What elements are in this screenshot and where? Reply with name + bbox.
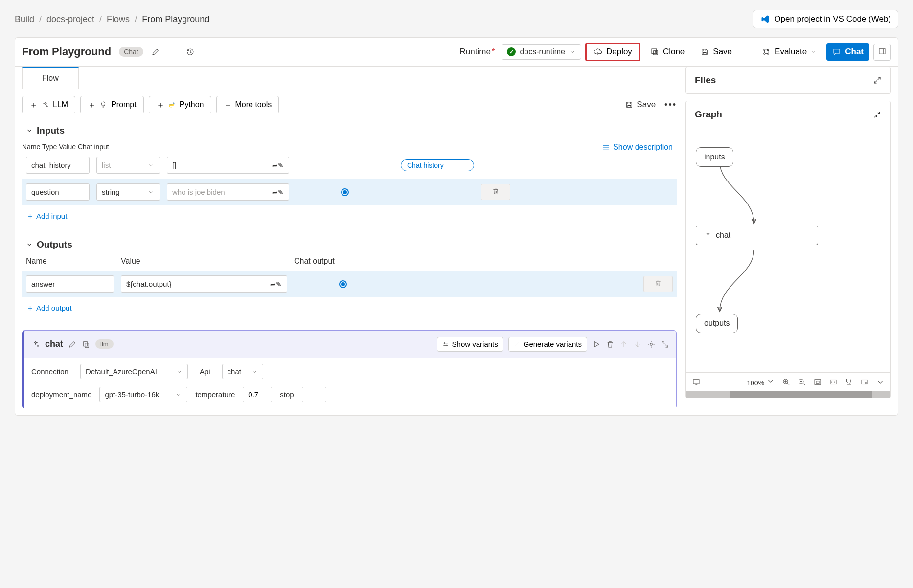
add-output-link[interactable]: ＋Add output [22, 297, 76, 318]
delete-output-button[interactable] [643, 276, 673, 292]
copy-icon[interactable] [82, 340, 91, 349]
arrow-down-icon[interactable] [633, 340, 642, 349]
plus-icon: ＋ [224, 101, 231, 109]
zoom-out-icon[interactable] [798, 378, 806, 386]
flow-save-button[interactable]: Save [621, 97, 660, 113]
col-name: Name [22, 143, 40, 151]
add-python-button[interactable]: ＋ Python [149, 96, 211, 113]
input-type-select[interactable]: list [96, 157, 160, 174]
trash-icon [654, 279, 662, 287]
api-label: Api [200, 367, 210, 376]
svg-point-3 [764, 53, 765, 54]
clone-button[interactable]: Clone [644, 43, 690, 61]
save-button[interactable]: Save [694, 43, 738, 61]
play-icon[interactable] [592, 340, 601, 349]
output-name-field[interactable]: answer [26, 275, 114, 293]
panel-icon [878, 47, 887, 56]
auto-layout-icon[interactable] [845, 378, 853, 386]
show-description-link[interactable]: Show description [601, 143, 673, 152]
add-llm-button[interactable]: ＋ LLM [22, 96, 75, 113]
evaluate-icon [762, 47, 771, 56]
arrow-up-icon[interactable] [619, 340, 628, 349]
panel-toggle-button[interactable] [873, 44, 891, 61]
evaluate-button[interactable]: Evaluate [756, 43, 822, 61]
breadcrumb-project[interactable]: docs-project [46, 14, 94, 24]
pencil-icon[interactable] [68, 340, 77, 349]
fit-icon[interactable] [813, 378, 822, 386]
graph-h-scrollbar[interactable] [686, 391, 890, 398]
add-prompt-button[interactable]: ＋ Prompt [80, 96, 144, 113]
connection-select[interactable]: Default_AzureOpenAI [80, 364, 188, 379]
zoom-in-icon[interactable] [782, 378, 791, 386]
graph-title: Graph [695, 109, 722, 120]
runtime-selector[interactable]: docs-runtime [502, 44, 581, 60]
col-type: Type [42, 143, 57, 151]
graph-panel: Graph inputs chat [685, 101, 891, 398]
trash-icon[interactable] [606, 340, 615, 349]
files-title: Files [695, 75, 716, 86]
svg-rect-7 [85, 343, 89, 347]
locate-icon[interactable] [647, 340, 656, 349]
svg-rect-5 [879, 48, 885, 54]
temperature-label: temperature [195, 390, 235, 399]
rename-button[interactable] [147, 45, 164, 59]
chevron-down-icon[interactable] [876, 378, 885, 386]
plus-icon: ＋ [29, 101, 37, 109]
connection-label: Connection [31, 367, 68, 376]
input-value-field[interactable]: who is joe biden ➦✎ [167, 183, 289, 201]
plus-icon: ＋ [156, 101, 164, 109]
breadcrumb-section[interactable]: Flows [107, 14, 130, 24]
zoom-level[interactable]: 100% [747, 377, 775, 387]
output-value-field[interactable]: ${chat.output} ➦✎ [121, 275, 287, 293]
graph-canvas[interactable]: inputs chat outputs [686, 128, 890, 372]
history-button[interactable] [182, 45, 199, 59]
graph-node-outputs[interactable]: outputs [696, 314, 738, 333]
svg-point-8 [650, 343, 653, 345]
sparkle-icon [704, 231, 712, 239]
generate-variants-button[interactable]: Generate variants [508, 337, 587, 352]
svg-rect-12 [815, 379, 821, 384]
more-tools-button[interactable]: ＋ More tools [216, 96, 279, 113]
input-type-select[interactable]: string [96, 183, 160, 201]
trash-icon [492, 187, 500, 195]
node-name: chat [45, 339, 63, 349]
flow-type-badge: Chat [119, 47, 143, 57]
temperature-input[interactable] [243, 387, 272, 402]
deployment-select[interactable]: gpt-35-turbo-16k [99, 387, 187, 402]
chat-button[interactable]: Chat [826, 43, 869, 61]
minimap-icon[interactable] [860, 378, 869, 386]
add-input-link[interactable]: ＋Add input [22, 205, 71, 226]
api-select[interactable]: chat [222, 364, 263, 379]
expand-icon[interactable] [873, 76, 882, 85]
files-panel: Files [685, 67, 891, 94]
chat-input-radio[interactable] [341, 188, 349, 196]
open-vscode-button[interactable]: Open project in VS Code (Web) [753, 10, 898, 28]
chevron-down-icon [148, 162, 155, 169]
stop-input[interactable] [302, 387, 326, 402]
collapse-icon[interactable] [873, 110, 882, 119]
chevron-down-icon[interactable] [26, 241, 33, 248]
expand-icon[interactable] [661, 340, 669, 349]
monitor-icon[interactable] [692, 378, 701, 386]
python-icon [168, 101, 176, 109]
graph-node-inputs[interactable]: inputs [696, 147, 733, 167]
vscode-icon [760, 14, 770, 24]
col-value: Value [121, 257, 287, 266]
tab-flow[interactable]: Flow [22, 67, 79, 89]
delete-input-button[interactable] [481, 184, 510, 200]
chevron-down-icon[interactable] [26, 127, 33, 134]
input-name-field[interactable]: question [26, 183, 90, 201]
one-to-one-icon[interactable] [829, 378, 838, 386]
status-ok-icon [507, 47, 516, 56]
deploy-button[interactable]: Deploy [585, 43, 640, 61]
show-variants-button[interactable]: Show variants [437, 337, 503, 352]
breadcrumb-root[interactable]: Build [15, 14, 34, 24]
input-name-field[interactable]: chat_history [26, 157, 90, 174]
graph-node-chat[interactable]: chat [696, 226, 818, 245]
input-value-field[interactable]: [] ➦✎ [167, 157, 289, 174]
chat-output-radio[interactable] [339, 280, 347, 288]
stop-label: stop [280, 390, 294, 399]
history-icon [186, 47, 195, 56]
overflow-menu[interactable]: ••• [664, 100, 677, 110]
col-chat-input: Chat input [78, 143, 109, 151]
